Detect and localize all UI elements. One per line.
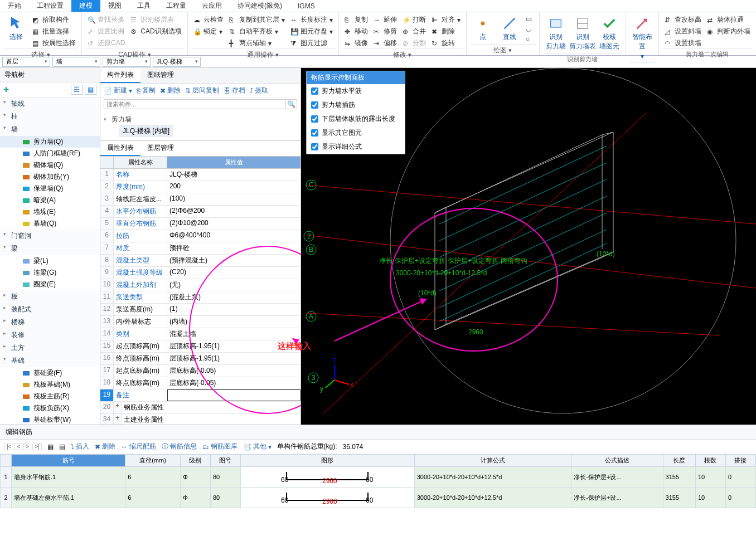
prop-row[interactable]: 7材质预拌砼 [100, 242, 301, 255]
last-icon[interactable]: >| [32, 443, 41, 450]
tree-item[interactable]: 剪力墙(Q) [0, 136, 100, 148]
tree-category[interactable]: 基础 [0, 354, 100, 367]
prop-row[interactable]: 5垂直分布钢筋(2)Φ10@200 [100, 218, 301, 230]
col-header[interactable]: 级别 [180, 455, 210, 467]
tab-proj[interactable]: 工程设置 [29, 0, 71, 12]
prop-group[interactable]: 34+土建业务属性 [100, 414, 301, 425]
col-header[interactable]: 图形 [240, 455, 414, 467]
extract-button[interactable]: ⤴提取 [250, 86, 268, 95]
tab-layer-mgr[interactable]: 图层管理 [140, 141, 181, 156]
col-header[interactable]: 筋号 [12, 455, 125, 467]
tree-item[interactable]: 墙垛(E) [0, 206, 100, 218]
prop-row[interactable]: 1名称JLQ-楼梯 [100, 169, 301, 181]
move-button[interactable]: ✥移动 [342, 26, 370, 37]
circle-button[interactable]: ○ [524, 35, 536, 43]
align-button[interactable]: ⊫对齐 ▾ [429, 14, 463, 25]
tab-cloud[interactable]: 云应用 [194, 0, 230, 12]
tab-bim[interactable]: 协同建模(限免) [230, 0, 290, 12]
cadopt-button[interactable]: ⚙CAD识别选项 [128, 26, 183, 37]
property-grid[interactable]: 1名称JLQ-楼梯2厚度(mm)2003轴线距左墙皮...(100)4水平分布钢… [100, 169, 301, 425]
prop-row[interactable]: 9混凝土强度等级(C20) [100, 267, 301, 279]
tab-model[interactable]: 建模 [71, 0, 100, 12]
rebar-table[interactable]: 筋号直径(mm)级别图号图形计算公式公式描述长度根数搭接 1墙身水平钢筋.16Φ… [0, 454, 756, 536]
offset-button[interactable]: ⇥偏移 [371, 38, 399, 48]
tree-item[interactable]: 连梁(G) [0, 267, 100, 279]
tab-qty[interactable]: 工程量 [158, 0, 194, 12]
col-header[interactable]: 搭接 [725, 455, 755, 467]
list-icon[interactable]: ☰ [71, 85, 83, 95]
prop-row[interactable]: 15起点顶标高(m)层顶标高-1.95(1) [100, 340, 301, 353]
prop-row[interactable]: 16终点顶标高(m)层顶标高-1.95(1) [100, 353, 301, 365]
floor-select[interactable]: 首层 [2, 57, 50, 67]
tab-component-list[interactable]: 构件列表 [100, 68, 140, 83]
line-button[interactable]: 直线 [497, 13, 522, 44]
tree-item[interactable]: 圈梁(E) [0, 279, 100, 290]
tree-item[interactable]: 筏板负筋(X) [0, 402, 100, 414]
category-select[interactable]: 墙 [52, 57, 100, 67]
insert-button[interactable]: ⤵插入 [71, 442, 89, 451]
col-header[interactable]: 图号 [210, 455, 240, 467]
diskin-button[interactable]: 💾图元存盘 ▾ [288, 26, 335, 37]
tab-view[interactable]: 视图 [100, 0, 129, 12]
lib-button[interactable]: 🗂钢筋图库 [202, 442, 238, 451]
tree-category[interactable]: 板 [0, 290, 100, 303]
tree-category[interactable]: 土方 [0, 342, 100, 354]
tree-item[interactable]: 筏板主筋(R) [0, 391, 100, 402]
tab-drawing-mgr[interactable]: 图纸管理 [140, 68, 181, 83]
tree-item[interactable]: 筏板基础(M) [0, 379, 100, 391]
select-button[interactable]: 选择 [3, 13, 29, 44]
cloudcheck-button[interactable]: ☁云检查 [191, 14, 226, 25]
other-button[interactable]: 📑其他 ▾ [243, 442, 272, 451]
restorecad-button[interactable]: ↺还原CAD [85, 38, 127, 48]
prop-row[interactable]: 17起点底标高(m)层底标高(-0.05) [100, 365, 301, 377]
table-row[interactable]: 2墙在基础左侧水平筋.16Φ80602960603000-20+10*d-20+… [1, 488, 756, 508]
copyto-button[interactable]: ⎘复制到其它层 ▾ [227, 14, 287, 25]
col-header[interactable]: 计算公式 [414, 455, 571, 467]
checkbox[interactable] [311, 129, 318, 137]
prev-icon[interactable]: < [14, 443, 22, 450]
copy-button[interactable]: ⎘复制 [137, 86, 156, 95]
preview-icon2[interactable]: ▤ [59, 443, 65, 451]
setscale-button[interactable]: ⤢设置比例 [85, 26, 127, 37]
difilter-button[interactable]: ⧩图元过滤 [288, 38, 335, 48]
prop-row[interactable]: 12泵送高度(m)(1) [100, 304, 301, 316]
autoplace-button[interactable]: 智能布置▾ [629, 13, 655, 62]
prop-row[interactable]: 4水平分布钢筋(2)Φ6@200 [100, 206, 301, 218]
trim-button[interactable]: ✂修剪 [371, 26, 399, 37]
tree-category[interactable]: 装配式 [0, 303, 100, 316]
merge-button[interactable]: ⊕合并 [400, 26, 428, 37]
add-icon[interactable]: ✚ [3, 86, 9, 94]
tab-property-list[interactable]: 属性列表 [100, 141, 140, 156]
preview-icon[interactable]: ▦ [47, 443, 54, 451]
tree-category[interactable]: 梁 [0, 242, 100, 255]
tree-item[interactable]: 砌体加筋(Y) [0, 171, 100, 183]
point-button[interactable]: 点 [470, 13, 496, 44]
component-select[interactable]: JLQ-楼梯 [153, 57, 201, 67]
prop-row[interactable]: 8混凝土类型(预拌混凝土) [100, 255, 301, 267]
nav-tree[interactable]: 轴线柱墙剪力墙(Q)人防门框墙(RF)砌体墙(Q)砌体加筋(Y)保温墙(Q)暗梁… [0, 98, 100, 425]
first-icon[interactable]: |< [4, 443, 13, 450]
idwall-button[interactable]: 识别 剪力墙 [543, 13, 569, 53]
tree-category[interactable]: 门窗洞 [0, 230, 100, 242]
col-header[interactable]: 根数 [695, 455, 725, 467]
floorcopy-button[interactable]: ⇅层间复制 [185, 86, 219, 95]
checkbox[interactable] [311, 115, 318, 123]
copy-button[interactable]: ⎘复制 [342, 14, 370, 25]
tree-item[interactable]: 幕墙(Q) [0, 218, 100, 230]
auxaxis-button[interactable]: ╋两点辅轴 ▾ [227, 38, 287, 48]
break-button[interactable]: ⚡打断 [400, 14, 428, 25]
prop-row[interactable]: 18终点底标高(m)层底标高(-0.05) [100, 377, 301, 389]
rect-button[interactable]: ▭ [524, 14, 536, 23]
archive-button[interactable]: 🗄存档 [224, 86, 245, 95]
chkwall-button[interactable]: 校核 墙图元 [597, 13, 622, 53]
prop-row[interactable]: 10混凝土外加剂(无) [100, 279, 301, 291]
prop-row[interactable]: 11泵送类型(混凝土泵) [100, 291, 301, 304]
new-button[interactable]: 📄新建 ▾ [104, 86, 132, 95]
tab-start[interactable]: 开始 [0, 0, 29, 12]
idlayer-button[interactable]: ☰识别楼层表 [128, 14, 183, 25]
idwalltbl-button[interactable]: 识别 剪力墙表 [570, 13, 595, 53]
arc-button[interactable]: ◡ [524, 25, 536, 33]
checkbox[interactable] [311, 143, 318, 150]
tree-item[interactable]: 人防门框墙(RF) [0, 148, 100, 159]
tree-item[interactable]: 梁(L) [0, 255, 100, 267]
